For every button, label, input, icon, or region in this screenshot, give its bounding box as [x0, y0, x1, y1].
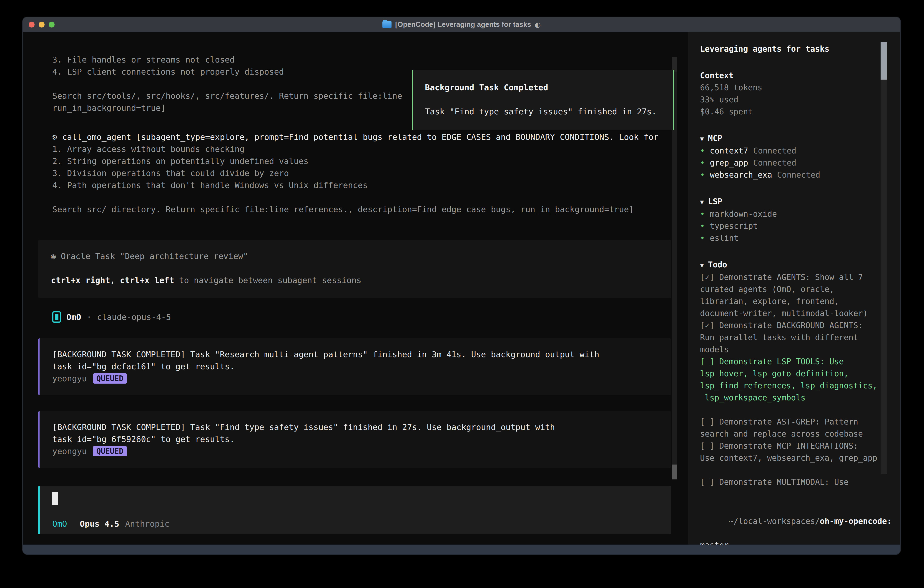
background-task-toast[interactable]: Background Task Completed Task "Find typ… [412, 70, 674, 130]
mcp-server-name: websearch_exa [710, 170, 772, 179]
log-line: run_in_background=true] [52, 102, 402, 114]
sidebar-scrollbar[interactable] [881, 42, 887, 474]
context-header: Context [700, 69, 900, 82]
context-spent: $0.46 spent [700, 106, 900, 118]
tool-call-item: 2. String operations on potentially unde… [52, 155, 658, 167]
text-cursor [52, 492, 58, 505]
window-title-wrap: [OpenCode] Leveraging agents for tasks ◐ [383, 20, 541, 29]
lsp-server-name: eslint [710, 233, 739, 243]
minimize-button[interactable] [39, 21, 45, 28]
tool-call-item: 1. Array access without bounds checking [52, 143, 658, 155]
mcp-server-item: •websearch_exaConnected [700, 169, 900, 181]
mcp-server-name: grep_app [710, 158, 748, 167]
lsp-list: •markdown-oxide•typescript•eslint [700, 208, 900, 244]
gear-icon: ⚙ [52, 132, 57, 142]
collapse-triangle-icon: ▼ [700, 261, 704, 269]
task-line: [BACKGROUND TASK COMPLETED] Task "Resear… [52, 349, 658, 360]
traffic-lights [29, 21, 54, 28]
collapse-triangle-icon: ▼ [700, 198, 704, 206]
context-used: 33% used [700, 94, 900, 106]
todo-item: [✓] Demonstrate AGENTS: Show all 7 curat… [700, 271, 882, 319]
collapse-triangle-icon: ▼ [700, 135, 704, 142]
tool-call-block: ⚙ call_omo_agent [subagent_type=explore,… [52, 131, 658, 215]
log-line: Search src/tools/, src/hooks/, src/featu… [52, 90, 402, 102]
lsp-server-item: •eslint [700, 232, 900, 244]
workspace-repo: oh-my-opencode: [820, 517, 892, 526]
folder-icon [383, 21, 391, 28]
log-line [52, 78, 402, 90]
task-user: yeongyu [52, 447, 87, 456]
todo-item: [ ] Demonstrate MULTIMODAL: Use [700, 476, 882, 488]
lsp-section-header[interactable]: ▼LSP [700, 195, 900, 208]
mcp-server-item: •grep_appConnected [700, 157, 900, 169]
context-stats: 66,518 tokens 33% used $0.46 spent [700, 82, 900, 118]
mcp-section-header[interactable]: ▼MCP [700, 132, 900, 145]
main-scrollbar-thumb[interactable] [672, 464, 677, 479]
zoom-button[interactable] [49, 21, 54, 28]
prompt-input[interactable]: OmO Opus 4.5 Anthropic [38, 486, 671, 534]
oracle-session-card[interactable]: ◉ Oracle Task "Deep architecture review"… [38, 239, 671, 298]
todo-item: [ ] Demonstrate MCP INTEGRATIONS: Use co… [700, 440, 882, 464]
workspace-prefix: ~/local-workspaces/ [729, 517, 820, 526]
lsp-server-name: typescript [710, 221, 758, 231]
workspace-path: ~/local-workspaces/oh-my-opencode: [700, 503, 900, 539]
task-user: yeongyu [52, 374, 87, 383]
window-footer [23, 545, 900, 554]
mcp-server-status: Connected [753, 146, 797, 155]
titlebar: [OpenCode] Leveraging agents for tasks ◐ [23, 17, 900, 32]
tool-call-item: 4. Path operations that don't handle Win… [52, 179, 658, 191]
todo-item: [ ] Demonstrate AST-GREP: Pattern search… [700, 416, 882, 440]
status-badge: QUEUED [93, 446, 127, 456]
todo-section-header[interactable]: ▼Todo [700, 259, 900, 271]
status-dot-icon: • [700, 158, 705, 167]
input-agent: OmO [52, 519, 67, 529]
log-line: 3. File handles or streams not closed [52, 54, 402, 66]
window-title: [OpenCode] Leveraging agents for tasks [395, 20, 531, 29]
status-dot-icon: • [700, 210, 705, 218]
tool-call-item: 3. Division operations that could divide… [52, 167, 658, 179]
mcp-list: •context7Connected•grep_appConnected•web… [700, 145, 900, 181]
separator-dot: · [87, 312, 92, 322]
status-dot-icon: • [700, 170, 705, 179]
status-dot-icon: • [700, 233, 705, 243]
lsp-server-name: markdown-oxide [710, 210, 777, 218]
oracle-hint: ctrl+x right, ctrl+x left to navigate be… [51, 274, 658, 286]
terminal-window: [OpenCode] Leveraging agents for tasks ◐… [23, 17, 900, 554]
record-icon: ◉ [51, 251, 56, 261]
mcp-server-item: •context7Connected [700, 145, 900, 157]
agent-header: OmO · claude-opus-4-5 [52, 311, 171, 323]
close-button[interactable] [29, 21, 35, 28]
input-model[interactable]: Opus 4.5 [80, 519, 119, 529]
oracle-title: ◉ Oracle Task "Deep architecture review" [51, 250, 658, 262]
background-task-card: [BACKGROUND TASK COMPLETED] Task "Find t… [38, 411, 671, 468]
toast-body: Task "Find type safety issues" finished … [425, 106, 662, 117]
mcp-server-status: Connected [753, 158, 797, 167]
context-tokens: 66,518 tokens [700, 82, 900, 94]
sidebar-scrollbar-thumb[interactable] [881, 42, 887, 79]
mcp-server-status: Connected [777, 170, 820, 179]
tool-call-line: ⚙ call_omo_agent [subagent_type=explore,… [52, 131, 658, 143]
log-line: 4. LSP client connections not properly d… [52, 66, 402, 78]
lsp-server-item: •typescript [700, 220, 900, 232]
status-dot-icon: • [700, 146, 705, 155]
chat-scroll-area[interactable]: 3. File handles or streams not closed 4.… [23, 32, 688, 545]
todo-item: [✓] Demonstrate BACKGROUND AGENTS: Run p… [700, 319, 882, 356]
todo-list: [✓] Demonstrate AGENTS: Show all 7 curat… [700, 271, 882, 488]
agent-model: claude-opus-4-5 [97, 312, 171, 322]
half-circle-icon: ◐ [535, 21, 541, 29]
tool-call-line: Search src/ directory. Return specific f… [52, 203, 658, 215]
agent-name: OmO [66, 312, 81, 322]
task-line: [BACKGROUND TASK COMPLETED] Task "Find t… [52, 421, 658, 433]
status-badge: QUEUED [93, 373, 127, 383]
main-scrollbar-segment [672, 57, 677, 72]
toast-title: Background Task Completed [425, 81, 662, 93]
status-dot-icon: • [700, 221, 705, 231]
assistant-log-block: 3. File handles or streams not closed 4.… [52, 54, 402, 114]
task-line: task_id="bg_6f59260c" to get results. [52, 433, 658, 445]
mcp-server-name: context7 [710, 146, 748, 155]
input-meta: OmO Opus 4.5 Anthropic [52, 519, 659, 529]
lsp-server-item: •markdown-oxide [700, 208, 900, 220]
agent-box-icon [52, 311, 61, 323]
session-sidebar: Leveraging agents for tasks Context 66,5… [688, 32, 900, 545]
todo-item: [ ] Demonstrate LSP TOOLS: Use lsp_hover… [700, 356, 882, 404]
